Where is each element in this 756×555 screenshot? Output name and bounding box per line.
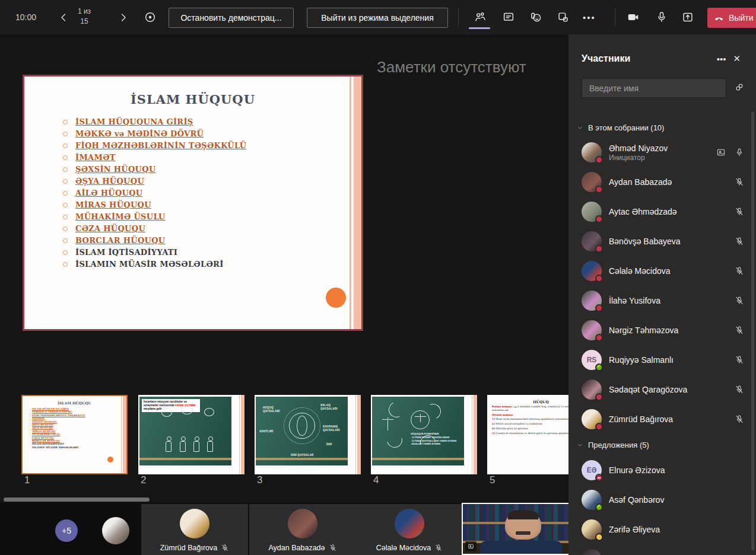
slide-bullet-link[interactable]: İMAMƏT — [61, 152, 361, 164]
more-options-button[interactable]: ••• — [582, 9, 597, 25]
participant-row[interactable]: Əhməd NiyazovИнициатор — [568, 138, 756, 167]
slide-thumbnail-1[interactable]: İSLAM HÜQUQU İSLAM HÜQUQUNA GİRİŞ MƏKKƏ … — [21, 395, 128, 474]
avatar-initials: RS — [582, 350, 602, 370]
thumbnail-number: 1 — [24, 474, 30, 486]
leave-meeting-button[interactable]: Выйти — [707, 8, 756, 28]
caret-down-icon — [577, 125, 583, 131]
mic-off-icon[interactable] — [735, 414, 744, 424]
chat-button[interactable] — [501, 9, 516, 25]
video-strip: +5 Zümrüd Bağırova Aydan Babazadə Cəlalə… — [0, 503, 568, 555]
participant-row[interactable]: Zümrüd Bağırova — [568, 404, 756, 434]
slide-bullet-link[interactable]: CƏZA HÜQUQU — [61, 223, 361, 235]
participant-row[interactable]: Cəlalə Məcidova — [568, 256, 756, 286]
status-busy — [595, 393, 603, 401]
previous-slide-button[interactable] — [56, 9, 71, 25]
participant-row[interactable]: Aydan Babazadə — [568, 167, 756, 197]
panel-scrollbar[interactable] — [751, 111, 754, 550]
avatar — [395, 509, 424, 538]
participant-row[interactable]: Bənövşə Babayeva — [568, 227, 756, 256]
slide-counter-total: 15 — [70, 17, 99, 27]
private-view-eye-icon[interactable] — [142, 9, 158, 25]
spotlight-video-tile[interactable] — [462, 503, 570, 555]
avatar — [288, 509, 317, 538]
participant-row[interactable]: Asəf Qənbərov — [568, 485, 756, 515]
avatar — [582, 549, 602, 555]
mic-off-icon[interactable] — [735, 296, 744, 305]
filmstrip-scrollbar[interactable] — [4, 497, 150, 502]
participant-row[interactable]: Aytac Əhmədzadə — [568, 197, 756, 227]
participant-tile[interactable]: Aydan Babazadə — [249, 504, 356, 555]
section-suggestions[interactable]: Предложения (5) — [568, 434, 756, 455]
mic-off-icon[interactable] — [735, 326, 744, 335]
overflow-participants-badge[interactable]: +5 — [55, 519, 78, 542]
avatar — [582, 490, 602, 510]
presentation-stage: Заметки отсутствуют İSLAM HÜQUQU İSLAM H… — [0, 34, 568, 555]
mic-on-icon[interactable] — [735, 148, 744, 157]
toolbar-divider — [615, 8, 615, 26]
panel-more-button[interactable]: ••• — [713, 53, 730, 65]
slide-counter-current: 1 из — [70, 7, 99, 17]
mic-off-icon — [221, 544, 229, 552]
mic-off-icon[interactable] — [735, 266, 744, 276]
current-slide[interactable]: İSLAM HÜQUQU İSLAM HÜQUQUNA GİRİŞ MƏKKƏ … — [23, 75, 363, 331]
participant-row[interactable]: Zərifə Əliyeva — [568, 515, 756, 544]
slide-bullet-link[interactable]: AİLƏ HÜQUQU — [61, 187, 361, 199]
participant-row[interactable]: Sədaqət Qaragözova — [568, 375, 756, 404]
mic-off-icon[interactable] — [735, 355, 744, 365]
participant-row[interactable]: EƏ Elnurə Əzizova — [568, 455, 756, 485]
mic-off-icon — [329, 544, 337, 552]
mic-off-icon[interactable] — [735, 237, 744, 246]
slide-thumbnail-3[interactable]: HÜQUQ QAYDALARI ƏXLAQ QAYDALARI DAVRANIŞ… — [255, 395, 361, 474]
section-in-meeting[interactable]: В этом собрании (10) — [568, 117, 756, 138]
participant-row[interactable]: RS Ruqiyyə Salmanlı — [568, 345, 756, 375]
breakout-rooms-button[interactable] — [555, 9, 571, 25]
audio-participant-avatar[interactable] — [102, 517, 129, 544]
copy-invite-link-button[interactable] — [731, 81, 748, 95]
microphone-button[interactable] — [654, 9, 669, 25]
avatar — [582, 320, 602, 340]
slide-thumbnail-2[interactable]: İnsanların müəyyən təcrübələr və uzlaşma… — [138, 395, 244, 474]
thumbnail-number: 4 — [373, 474, 379, 486]
participants-panel: Участники ••• ✕ В этом собрании (10) Əhm… — [568, 34, 756, 555]
slide-bullet-link[interactable]: ŞƏXSİN HÜQUQU — [61, 164, 361, 176]
slide-decorative-circle — [326, 288, 346, 308]
next-slide-button[interactable] — [115, 9, 131, 25]
status-busy — [595, 186, 603, 193]
thumbnail-number: 2 — [141, 474, 146, 486]
avatar — [582, 202, 602, 222]
participant-tile[interactable]: Cəlalə Məcidova — [356, 504, 463, 555]
slide-bullet-link[interactable]: MÜHAKİMƏ ÜSULU — [61, 211, 361, 223]
mic-off-icon[interactable] — [735, 385, 744, 394]
spotlight-icon[interactable] — [716, 148, 726, 157]
reactions-button[interactable] — [528, 9, 544, 25]
stop-presenting-button[interactable]: Остановить демонстрац... — [169, 8, 294, 28]
participant-row[interactable]: Nərgiz Təhməzova — [568, 315, 756, 345]
slide-bullet-link[interactable]: MİRAS HÜQUQU — [61, 199, 361, 211]
participant-row[interactable]: İlahə Yusifova — [568, 286, 756, 315]
slide-bullet-link[interactable]: ƏŞYA HÜQUQU — [61, 176, 361, 187]
slide-bullet-link[interactable]: İSLAM HÜQUQUNA GİRİŞ — [61, 116, 361, 128]
share-button[interactable] — [680, 9, 695, 25]
panel-close-button[interactable]: ✕ — [729, 52, 744, 65]
slide-thumbnail-4[interactable]: HÜQUQUN FUNKSİYASI - İCTİMAİ NİZAMI TƏNZ… — [371, 395, 477, 474]
participant-tile[interactable]: Zümrüd Bağırova — [141, 504, 248, 555]
meeting-toolbar: 10:00 1 из 15 Остановить демонстрац... В… — [0, 0, 756, 34]
notes-empty-text: Заметки отсутствуют — [377, 58, 526, 76]
slide-bullet-link[interactable]: FİQH MƏZHƏBLƏRİNİN TƏŞƏKKÜLÜ — [61, 140, 361, 152]
exit-highlight-mode-button[interactable]: Выйти из режима выделения — [307, 8, 448, 28]
slide-bullet-link[interactable]: MƏKKƏ və MƏDİNƏ DÖVRÜ — [61, 128, 361, 140]
participants-button[interactable] — [472, 9, 488, 25]
avatar — [180, 509, 209, 538]
camera-button[interactable] — [625, 9, 641, 25]
participant-search-input[interactable] — [582, 78, 726, 98]
mic-off-icon[interactable] — [735, 177, 744, 187]
status-available — [595, 363, 603, 371]
mic-off-icon[interactable] — [735, 207, 744, 216]
participant-row-partial[interactable] — [568, 544, 756, 555]
avatar — [582, 142, 602, 162]
meeting-time: 10:00 — [15, 12, 36, 22]
active-panel-indicator — [469, 27, 490, 29]
slide-bullet-link[interactable]: BORCLAR HÜQUQU — [61, 235, 361, 247]
slide-bullet: İSLAMIN MÜASİR MƏSƏLƏLƏRİ — [61, 259, 361, 270]
slide-bullet-list: İSLAM HÜQUQUNA GİRİŞ MƏKKƏ və MƏDİNƏ DÖV… — [61, 116, 361, 270]
